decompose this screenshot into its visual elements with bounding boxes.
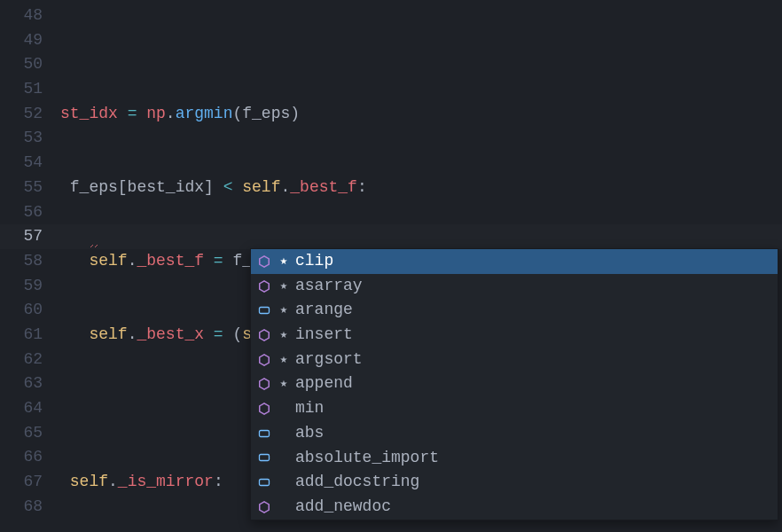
line-number: 53	[0, 126, 60, 151]
star-icon: ★	[279, 298, 288, 323]
line-number: 56	[0, 200, 60, 225]
method-icon	[256, 352, 272, 368]
autocomplete-label: clip	[295, 249, 772, 274]
method-icon	[256, 278, 272, 294]
method-icon	[256, 376, 272, 392]
line-number: 66	[0, 445, 60, 470]
line-number: 54	[0, 151, 60, 176]
line-number: 64	[0, 396, 60, 421]
error-squiggle	[90, 245, 98, 247]
method-icon	[256, 254, 272, 270]
autocomplete-item[interactable]: ★clip	[251, 249, 778, 274]
star-icon: ★	[279, 249, 288, 274]
line-number: 51	[0, 77, 60, 102]
svg-rect-2	[260, 455, 270, 461]
line-number: 59	[0, 274, 60, 299]
autocomplete-label: append	[295, 372, 772, 396]
autocomplete-label: insert	[295, 323, 772, 348]
line-number: 52	[0, 102, 60, 127]
autocomplete-label: argsort	[295, 348, 772, 372]
autocomplete-label: add_docstring	[295, 470, 772, 495]
star-icon: ★	[279, 323, 288, 348]
line-number: 55	[0, 176, 60, 200]
autocomplete-item[interactable]: min	[251, 396, 778, 421]
line-number: 63	[0, 372, 60, 396]
line-number: 49	[0, 28, 60, 53]
autocomplete-item[interactable]: add_docstring	[251, 470, 778, 495]
line-number: 62	[0, 348, 60, 372]
svg-rect-3	[260, 480, 270, 486]
autocomplete-item[interactable]: absolute_import	[251, 446, 778, 471]
autocomplete-popup[interactable]: ★clip★asarray★arange★insert★argsort★appe…	[250, 248, 778, 520]
line-number: 60	[0, 298, 60, 323]
autocomplete-label: add_newdoc	[295, 495, 772, 520]
svg-rect-0	[260, 308, 270, 314]
line-number: 50	[0, 52, 60, 77]
method-icon	[256, 401, 272, 417]
line-number: 57	[0, 224, 60, 249]
line-number: 67	[0, 470, 60, 495]
code-editor: 4849505152535455565758596061626364656667…	[0, 0, 782, 532]
method-icon	[256, 499, 272, 515]
autocomplete-label: arange	[295, 298, 772, 323]
line-number: 61	[0, 323, 60, 348]
line-number: 58	[0, 249, 60, 274]
current-line-highlight	[0, 224, 782, 249]
autocomplete-label: abs	[295, 421, 772, 446]
variable-icon	[256, 426, 272, 442]
variable-icon	[256, 450, 272, 466]
code-line[interactable]: st_idx = np.argmin(f_eps)	[60, 102, 782, 127]
svg-rect-1	[260, 430, 270, 436]
method-icon	[256, 327, 272, 343]
autocomplete-label: absolute_import	[295, 446, 772, 471]
code-line[interactable]: f_eps[best_idx] < self._best_f:	[60, 176, 782, 200]
autocomplete-item[interactable]: ★append	[251, 372, 778, 396]
line-number: 65	[0, 421, 60, 446]
star-icon: ★	[279, 274, 288, 299]
autocomplete-item[interactable]: add_newdoc	[251, 495, 778, 520]
star-icon: ★	[279, 372, 288, 396]
line-number: 48	[0, 4, 60, 28]
autocomplete-item[interactable]: ★insert	[251, 323, 778, 348]
variable-icon	[256, 302, 272, 318]
line-number-gutter: 4849505152535455565758596061626364656667…	[0, 0, 60, 532]
star-icon: ★	[279, 348, 288, 372]
variable-icon	[256, 474, 272, 490]
autocomplete-item[interactable]: ★asarray	[251, 274, 778, 299]
autocomplete-label: asarray	[295, 274, 772, 299]
autocomplete-item[interactable]: ★arange	[251, 298, 778, 323]
code-area[interactable]: st_idx = np.argmin(f_eps) f_eps[best_idx…	[60, 0, 782, 532]
line-number: 68	[0, 495, 60, 520]
autocomplete-label: min	[295, 396, 772, 421]
autocomplete-item[interactable]: abs	[251, 421, 778, 446]
autocomplete-item[interactable]: ★argsort	[251, 348, 778, 372]
